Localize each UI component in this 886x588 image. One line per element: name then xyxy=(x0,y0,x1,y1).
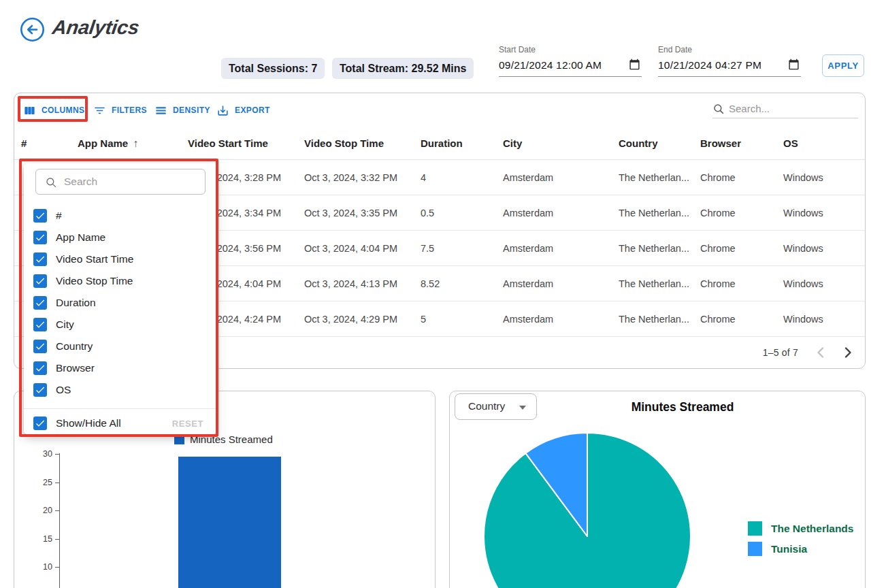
calendar-icon[interactable] xyxy=(788,59,800,70)
divider xyxy=(24,408,216,409)
cell-browser: Chrome xyxy=(700,266,736,301)
table-search-input[interactable]: Search... xyxy=(712,101,858,118)
cell-country: The Netherlan... xyxy=(619,160,689,195)
export-button-label: EXPORT xyxy=(235,105,270,115)
bar-minutes-streamed xyxy=(178,457,281,588)
total-sessions-chip: Total Sessions: 7 xyxy=(221,58,325,79)
export-button[interactable]: EXPORT xyxy=(216,100,270,120)
cell-country: The Netherlan... xyxy=(619,231,689,266)
filters-button[interactable]: FILTERS xyxy=(93,100,147,120)
column-toggle-label: Browser xyxy=(56,362,95,374)
column-toggle-video-start-time[interactable]: Video Start Time xyxy=(33,252,133,267)
legend-swatch xyxy=(748,542,762,556)
pie-chart xyxy=(482,431,693,588)
column-header-browser[interactable]: Browser xyxy=(700,127,741,160)
group-by-select[interactable]: Country xyxy=(455,393,537,420)
cell-video-stop-time: Oct 3, 2024, 4:29 PM xyxy=(304,301,397,337)
bar-chart-legend: Minutes Streamed xyxy=(174,434,273,445)
checkbox-checked-icon xyxy=(33,361,47,375)
cell-country: The Netherlan... xyxy=(619,301,689,337)
sort-ascending-icon: ↑ xyxy=(133,137,138,149)
arrow-left-icon xyxy=(28,26,37,33)
density-button[interactable]: DENSITY xyxy=(154,100,210,120)
back-button[interactable] xyxy=(20,17,45,42)
search-icon xyxy=(712,103,725,115)
column-toggle-video-stop-time[interactable]: Video Stop Time xyxy=(33,274,133,289)
column-toggle-label: Country xyxy=(56,340,93,353)
pie-chart-card: Country Minutes Streamed The Netherlands… xyxy=(449,391,866,588)
cell-video-stop-time: Oct 3, 2024, 3:32 PM xyxy=(304,160,397,195)
columns-menu-search-input[interactable]: Search xyxy=(35,169,206,195)
column-header-city[interactable]: City xyxy=(503,127,522,160)
cell-country: The Netherlan... xyxy=(619,195,689,231)
total-stream-chip: Total Stream: 29.52 Mins xyxy=(332,58,474,79)
previous-page-button[interactable] xyxy=(812,344,830,361)
y-axis-tick-label: 15 xyxy=(29,534,52,544)
checkbox-checked-icon xyxy=(33,383,47,397)
column-header-duration[interactable]: Duration xyxy=(421,127,463,160)
density-icon xyxy=(154,104,167,117)
start-date-field[interactable]: Start Date 09/21/2024 12:00 AM xyxy=(499,45,642,78)
column-header-country[interactable]: Country xyxy=(619,127,658,160)
filters-button-label: FILTERS xyxy=(112,105,147,115)
columns-icon xyxy=(23,104,36,117)
column-header-video-start-time[interactable]: Video Start Time xyxy=(188,127,268,160)
pie-chart-title: Minutes Streamed xyxy=(601,400,764,414)
y-axis-tick-label: 25 xyxy=(29,478,52,487)
legend-label: Tunisia xyxy=(771,543,807,555)
column-toggle-os[interactable]: OS xyxy=(33,382,71,397)
column-header-app-name[interactable]: App Name↑ xyxy=(78,127,138,160)
next-page-button[interactable] xyxy=(839,344,857,361)
legend-label: The Netherlands xyxy=(771,523,853,535)
column-header-os[interactable]: OS xyxy=(783,127,798,160)
column-header-video-stop-time[interactable]: Video Stop Time xyxy=(304,127,384,160)
page-title: Analytics xyxy=(51,16,141,39)
y-axis-tick xyxy=(55,483,59,483)
cell-duration: 8.52 xyxy=(421,266,440,301)
cell-browser: Chrome xyxy=(700,231,736,266)
cell-video-stop-time: Oct 3, 2024, 3:35 PM xyxy=(304,195,397,231)
column-toggle-country[interactable]: Country xyxy=(33,339,93,354)
column-toggle-col[interactable]: # xyxy=(33,208,62,223)
y-axis-tick-label: 10 xyxy=(29,562,52,572)
cell-duration: 5 xyxy=(421,301,426,337)
column-toggle-duration[interactable]: Duration xyxy=(33,295,96,310)
group-by-value: Country xyxy=(468,400,505,412)
filter-icon xyxy=(93,104,106,117)
column-toggle-city[interactable]: City xyxy=(33,317,74,332)
cell-duration: 4 xyxy=(421,160,426,195)
end-date-field[interactable]: End Date 10/21/2024 04:27 PM xyxy=(658,45,801,78)
column-toggle-label: OS xyxy=(56,384,71,396)
column-toggle-label: City xyxy=(56,318,74,331)
reset-button[interactable]: RESET xyxy=(172,419,203,429)
checkbox-checked-icon xyxy=(33,274,47,288)
pagination-range-label: 1–5 of 7 xyxy=(717,347,798,358)
y-axis-tick xyxy=(55,539,59,540)
chevron-left-icon xyxy=(812,344,830,361)
show-hide-all-label: Show/Hide All xyxy=(56,417,121,429)
cell-os: Windows xyxy=(783,195,823,231)
checkbox-checked-icon xyxy=(33,416,47,430)
chevron-right-icon xyxy=(839,344,857,361)
cell-duration: 7.5 xyxy=(421,231,434,266)
columns-menu: Search #App NameVideo Start TimeVideo St… xyxy=(24,163,216,434)
column-header-col[interactable]: # xyxy=(21,127,27,160)
end-date-value[interactable]: 10/21/2024 04:27 PM xyxy=(658,59,801,71)
y-axis-tick xyxy=(55,454,59,455)
columns-button[interactable]: COLUMNS xyxy=(23,100,84,120)
calendar-icon[interactable] xyxy=(629,59,640,70)
cell-os: Windows xyxy=(783,231,823,266)
columns-button-label: COLUMNS xyxy=(42,105,84,115)
checkbox-checked-icon xyxy=(33,296,47,310)
y-axis-tick-label: 30 xyxy=(29,449,52,459)
cell-video-stop-time: Oct 3, 2024, 4:13 PM xyxy=(304,266,397,301)
cell-city: Amsterdam xyxy=(503,160,553,195)
checkbox-checked-icon xyxy=(33,252,47,266)
apply-button[interactable]: APPLY xyxy=(822,54,864,77)
column-toggle-app-name[interactable]: App Name xyxy=(33,230,105,245)
start-date-value[interactable]: 09/21/2024 12:00 AM xyxy=(499,59,642,71)
search-placeholder: Search... xyxy=(729,103,770,114)
show-hide-all-toggle[interactable]: Show/Hide All xyxy=(33,416,121,431)
column-toggle-browser[interactable]: Browser xyxy=(33,361,95,376)
cell-city: Amsterdam xyxy=(503,195,553,231)
